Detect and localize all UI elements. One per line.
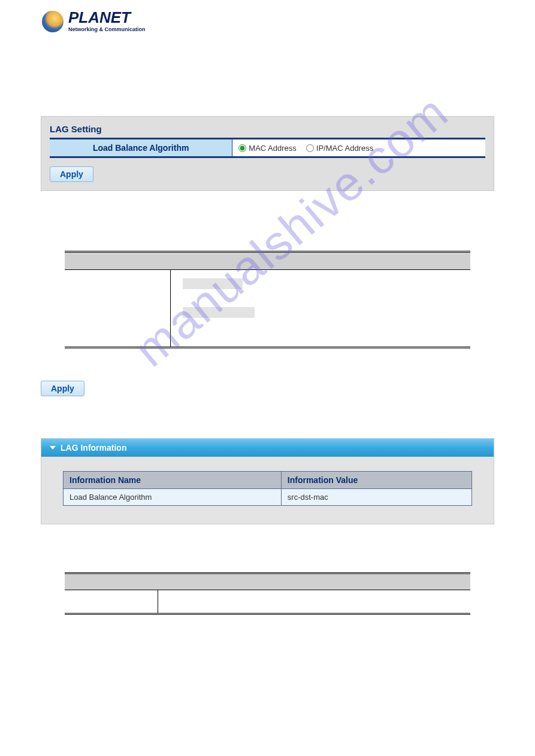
redacted-bar (183, 278, 243, 289)
logo-area: PLANET Networking & Communication (0, 0, 535, 32)
setting-row: Load Balance Algorithm MAC Address IP/MA… (50, 138, 485, 158)
desc2-cell-right (158, 590, 470, 614)
desc2-cell-left (65, 590, 158, 614)
lag-info-title: LAG Information (61, 443, 126, 453)
info-col-value: Information Value (281, 472, 471, 489)
chevron-down-icon (50, 446, 56, 450)
radio-mac-label: MAC Address (249, 144, 296, 153)
brand-tagline: Networking & Communication (68, 26, 146, 32)
description-table-1 (65, 251, 470, 348)
radio-mac-input[interactable] (238, 144, 246, 152)
brand-name: PLANET (68, 11, 146, 25)
lag-setting-title: LAG Setting (50, 123, 485, 138)
desc1-cell-right (170, 270, 470, 348)
desc1-head-left (65, 252, 170, 270)
desc1-head-right (170, 252, 470, 270)
radio-mac-address[interactable]: MAC Address (238, 144, 296, 153)
brand-logo: PLANET Networking & Communication (42, 11, 535, 32)
globe-icon (42, 11, 64, 32)
table-row: Load Balance Algorithm src-dst-mac (64, 489, 472, 506)
lag-info-header[interactable]: LAG Information (41, 439, 494, 457)
info-col-name: Information Name (64, 472, 282, 489)
radio-ipmac-address[interactable]: IP/MAC Address (306, 144, 373, 153)
lag-information-panel: LAG Information Information Name Informa… (41, 438, 494, 524)
setting-label: Load Balance Algorithm (50, 139, 232, 156)
desc2-head-right (158, 573, 470, 590)
apply-button[interactable]: Apply (50, 166, 93, 182)
radio-ipmac-input[interactable] (306, 144, 314, 152)
apply-button-standalone[interactable]: Apply (41, 381, 84, 396)
radio-ipmac-label: IP/MAC Address (316, 144, 373, 153)
desc1-cell-left (65, 270, 170, 348)
redacted-bar (183, 307, 255, 318)
desc2-head-left (65, 573, 158, 590)
setting-options: MAC Address IP/MAC Address (232, 139, 485, 156)
lag-info-table: Information Name Information Value Load … (63, 471, 472, 506)
lag-setting-panel: LAG Setting Load Balance Algorithm MAC A… (41, 116, 494, 191)
info-row-name: Load Balance Algorithm (64, 489, 282, 506)
info-row-value: src-dst-mac (281, 489, 471, 506)
description-table-2 (65, 572, 470, 615)
